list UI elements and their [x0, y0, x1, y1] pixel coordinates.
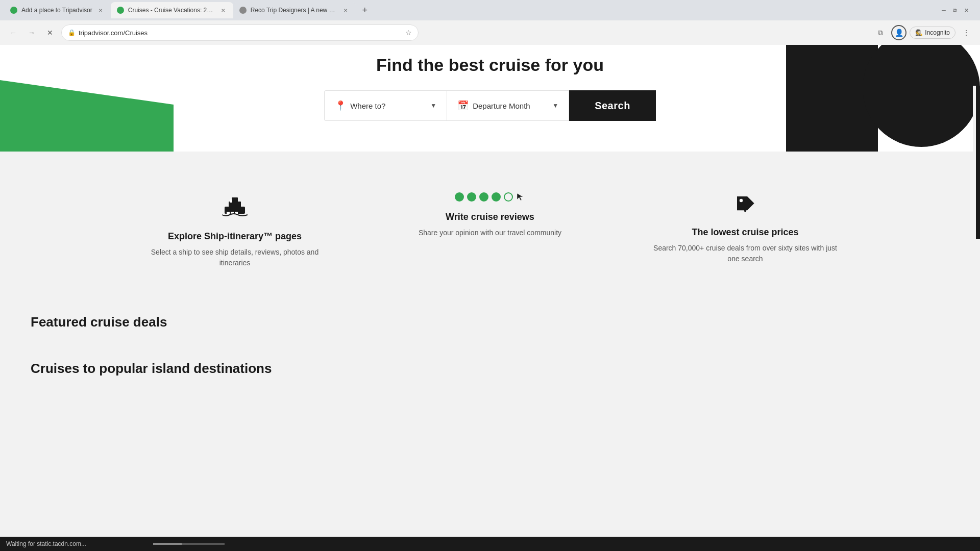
bookmark-icon[interactable]: ☆: [405, 29, 412, 37]
feature1-title: Explore Ship-itinerary™ pages: [168, 231, 302, 242]
calendar-icon: 📅: [457, 100, 469, 111]
where-to-label: Where to?: [350, 102, 385, 110]
where-to-arrow-icon: ▼: [430, 102, 436, 109]
right-circle-shape: [863, 45, 980, 147]
feature1-desc: Select a ship to see ship details, revie…: [138, 247, 332, 268]
dot-5-loading: [504, 192, 513, 202]
incognito-badge: 🕵 Incognito: [910, 27, 955, 39]
split-view-button[interactable]: ⧉: [873, 25, 888, 40]
departure-arrow-icon: ▼: [552, 102, 558, 109]
tab2-favicon: [117, 7, 124, 14]
minimize-button[interactable]: ─: [940, 7, 947, 14]
feature3-desc: Search 70,000+ cruise deals from over si…: [648, 243, 842, 264]
new-tab-button[interactable]: +: [358, 3, 372, 17]
lock-icon: 🔒: [68, 29, 76, 36]
green-decorative-shape: [0, 80, 174, 152]
incognito-label: Incognito: [925, 29, 950, 36]
dot-1: [455, 192, 464, 202]
dots-indicator: [455, 192, 525, 202]
dot-3: [479, 192, 488, 202]
feature-lowest-prices: The lowest cruise prices Search 70,000+ …: [618, 182, 873, 274]
close-button[interactable]: ✕: [963, 7, 970, 14]
forward-button[interactable]: →: [24, 26, 39, 40]
svg-point-7: [740, 199, 743, 202]
tab2-close[interactable]: ✕: [219, 6, 227, 14]
feature3-title: The lowest cruise prices: [692, 227, 798, 238]
price-tag-icon: [733, 192, 757, 217]
cursor-icon: [516, 192, 525, 202]
restore-button[interactable]: ⧉: [951, 7, 959, 14]
tab3-close[interactable]: ✕: [341, 6, 350, 14]
tab-cruises[interactable]: Cruises - Cruise Vacations: 2023 ✕: [111, 2, 233, 18]
menu-button[interactable]: ⋮: [959, 25, 974, 40]
feature2-title: Write cruise reviews: [446, 212, 534, 222]
dot-4: [492, 192, 501, 202]
hero-title: Find the best cruise for you: [376, 55, 604, 75]
tab2-label: Cruises - Cruise Vacations: 2023: [128, 7, 215, 14]
location-icon: 📍: [335, 100, 346, 111]
svg-rect-9: [744, 210, 746, 212]
tab-reco[interactable]: Reco Trip Designers | A new kin... ✕: [233, 2, 356, 18]
scrollbar-thumb[interactable]: [976, 86, 980, 239]
address-text: tripadvisor.com/Cruises: [79, 29, 402, 37]
svg-rect-6: [230, 199, 232, 203]
featured-deals-heading: Featured cruise deals: [0, 299, 980, 335]
tab1-label: Add a place to Tripadvisor: [21, 7, 92, 14]
features-section: Explore Ship-itinerary™ pages Select a s…: [0, 152, 980, 299]
search-button[interactable]: Search: [569, 90, 656, 121]
feature2-desc: Share your opinion with our travel commu…: [419, 228, 561, 238]
scrollbar-track[interactable]: [973, 86, 980, 520]
svg-rect-2: [232, 197, 238, 203]
departure-month-label: Departure Month: [473, 102, 530, 110]
tab1-close[interactable]: ✕: [96, 6, 105, 14]
popular-islands-heading: Cruises to popular island destinations: [0, 345, 980, 382]
tab-add-place[interactable]: Add a place to Tripadvisor ✕: [4, 2, 111, 18]
tab3-label: Reco Trip Designers | A new kin...: [251, 7, 337, 14]
dot-2: [467, 192, 476, 202]
tab1-favicon: [10, 7, 17, 14]
svg-rect-3: [227, 212, 230, 214]
departure-month-dropdown[interactable]: 📅 Departure Month ▼: [447, 90, 569, 121]
profile-button[interactable]: 👤: [891, 25, 906, 40]
search-controls: 📍 Where to? ▼ 📅 Departure Month ▼ Search: [324, 90, 656, 121]
reload-button[interactable]: ✕: [43, 26, 57, 40]
address-bar-input[interactable]: 🔒 tripadvisor.com/Cruises ☆: [61, 24, 419, 41]
back-button[interactable]: ←: [6, 26, 20, 40]
ship-icon: [219, 192, 250, 223]
feature-ship-itinerary: Explore Ship-itinerary™ pages Select a s…: [107, 182, 362, 279]
feature-write-reviews: Write cruise reviews Share your opinion …: [362, 182, 618, 248]
tab3-favicon: [239, 7, 247, 14]
incognito-icon: 🕵: [915, 29, 923, 36]
where-to-dropdown[interactable]: 📍 Where to? ▼: [324, 90, 447, 121]
